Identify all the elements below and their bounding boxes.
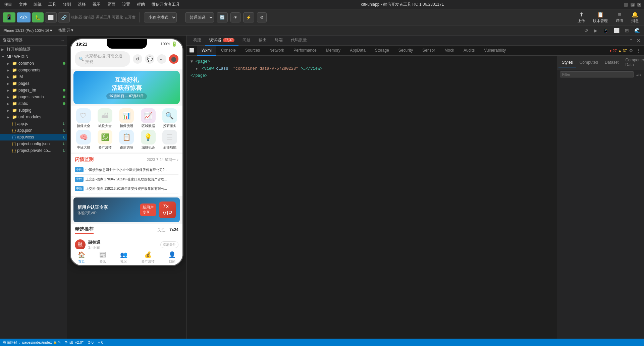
devtools-tab-terminal[interactable]: 终端: [271, 36, 287, 46]
icon-item-9[interactable]: ☰ 全部功能: [160, 130, 180, 150]
styles-tab-computed[interactable]: Computed: [576, 58, 601, 67]
path-value[interactable]: pages/index/index: [22, 340, 52, 344]
menu-select[interactable]: 选择: [76, 1, 87, 8]
bottom-tab-community[interactable]: 👥 社区: [120, 251, 127, 264]
icon-item-7[interactable]: 📋 路演调研: [116, 130, 137, 150]
path-edit-icon[interactable]: ✎: [58, 341, 61, 344]
featured-tab-7x24[interactable]: 7x24: [169, 227, 178, 233]
menu-edit[interactable]: 编辑: [32, 1, 43, 8]
devtools-tab-build[interactable]: 构建: [189, 36, 205, 46]
menu-help[interactable]: 帮助: [136, 1, 146, 8]
inspector-tab-mock[interactable]: Mock: [440, 46, 459, 56]
inspector-tab-appdata[interactable]: AppData: [345, 46, 370, 56]
minimize-button[interactable]: —: [624, 3, 628, 7]
settings-device-button[interactable]: 🌊: [633, 27, 641, 34]
visualize-icon-btn[interactable]: ⬜: [45, 12, 57, 22]
menu-project[interactable]: 项目: [3, 1, 13, 8]
file-project-config[interactable]: ▶ { } project.config.json U: [0, 140, 67, 147]
msg-action[interactable]: 🔔 消息: [629, 11, 641, 24]
hotspot-btn[interactable]: 热重 开▼: [58, 28, 74, 33]
inspector-tab-performance[interactable]: Performance: [289, 46, 321, 56]
folder-im[interactable]: ▶ 📁 IM: [0, 73, 67, 80]
icon-item-0[interactable]: 🛡 担保大全: [73, 108, 94, 128]
open-editors-section[interactable]: ▶ 打开的编辑器: [0, 46, 67, 53]
icon-item-5[interactable]: 🧠 中证大脑: [73, 130, 94, 150]
rotate-button[interactable]: ↺: [583, 27, 590, 34]
phone-record-icon[interactable]: ⬤: [169, 54, 178, 64]
folder-common[interactable]: ▶ 📁 common: [0, 60, 67, 67]
devtools-tab-issues[interactable]: 问题: [238, 36, 255, 46]
inspector-tab-network[interactable]: Network: [265, 46, 289, 56]
inspector-tab-select[interactable]: ⬜: [186, 46, 197, 56]
featured-tab-guanzhu[interactable]: 关注: [157, 227, 165, 233]
preview-mode-button[interactable]: 👁: [230, 12, 240, 22]
phone-button[interactable]: 📱: [601, 27, 610, 34]
menu-settings[interactable]: 设置: [121, 1, 131, 8]
bottom-tab-assets[interactable]: 💰 资产流转: [141, 251, 155, 264]
menu-wechat-devtools[interactable]: 微信开发者工具: [150, 1, 181, 8]
file-project-private[interactable]: ▶ { } project.private.co... U: [0, 147, 67, 154]
version-action[interactable]: 📋 版本管理: [590, 11, 610, 24]
phone-more-icon[interactable]: ···: [157, 54, 166, 64]
styles-filter-input[interactable]: [560, 71, 634, 77]
upload-action[interactable]: ⬆ 上传: [575, 11, 588, 24]
vip-banner[interactable]: 新用户认证专享 体验7天VIP 新用户专享 7xVIP ✕: [73, 197, 180, 222]
phone-refresh-icon[interactable]: ↺: [133, 54, 142, 64]
inspector-more-button[interactable]: ⋮: [635, 47, 641, 54]
news-item-1[interactable]: 中性 上交所-债券 270047:2023年张家口众联国投资产管理...: [75, 175, 178, 184]
bottom-tab-news[interactable]: 📰 资讯: [99, 251, 106, 264]
device-select[interactable]: iPhone 12/13 (Pro) 100% 16▼: [3, 28, 53, 33]
icon-item-2[interactable]: 📊 担保债通: [116, 108, 137, 128]
folder-static[interactable]: ▶ 📁 static: [0, 100, 67, 107]
cloud-icon-btn[interactable]: 🔗: [58, 12, 70, 22]
devtools-tab-codequality[interactable]: 代码质量: [287, 36, 311, 46]
icon-item-6[interactable]: 💹 资产流转: [95, 130, 115, 150]
maximize-button[interactable]: □: [631, 3, 635, 7]
inspector-tab-sensor[interactable]: Sensor: [418, 46, 440, 56]
folder-pages[interactable]: ▶ 📁 pages: [0, 80, 67, 87]
styles-tab-component-data[interactable]: Component Data: [622, 56, 644, 70]
sidebar-more-button[interactable]: ···: [61, 38, 64, 43]
menu-view[interactable]: 视图: [91, 1, 102, 8]
icon-item-8[interactable]: 💡 城投机会: [138, 130, 158, 150]
inspector-tab-sources[interactable]: Sources: [240, 46, 265, 56]
phone-banner[interactable]: 互送好礼 活跃有惊喜 ·07月01日 — 07月31日·: [73, 71, 180, 104]
tablet-button[interactable]: ⬜: [612, 27, 621, 34]
devtools-close-button[interactable]: ✕: [636, 37, 641, 44]
folder-pages-im[interactable]: ▶ 📁 pages_Im: [0, 87, 67, 94]
icon-item-3[interactable]: 📈 区域数据: [138, 108, 158, 128]
dom-line-view[interactable]: ▶ <view class= "container data-v-5728022…: [189, 65, 554, 72]
refresh-button[interactable]: 🔄: [217, 12, 228, 22]
phone-content[interactable]: 🔍 大家都在搜·河南交通投资 ↺ 💬 ··· ⬤ 互送好礼 活跃有惊喜 ·07月…: [71, 49, 182, 266]
inspector-tab-memory[interactable]: Memory: [321, 46, 345, 56]
menu-file[interactable]: 文件: [17, 1, 28, 8]
qr-button[interactable]: ⊞: [624, 27, 630, 34]
detail-action[interactable]: ≡ 详情: [613, 11, 626, 24]
dom-line-page-close[interactable]: </page>: [189, 72, 554, 79]
styles-tab-dataset[interactable]: Dataset: [601, 58, 622, 67]
inspector-tab-storage[interactable]: Storage: [370, 46, 394, 56]
inspector-tab-security[interactable]: Security: [394, 46, 418, 56]
folder-pages-search[interactable]: ▶ 📁 pages_search: [0, 94, 67, 100]
inspector-tab-vulnerability[interactable]: Vulnerability: [479, 46, 511, 56]
news-item-0[interactable]: 中性 中国债券信息网中合中小企业融资担保股份有限公司2...: [75, 165, 178, 175]
menu-tool[interactable]: 工具: [47, 1, 58, 8]
mode-select[interactable]: 小程序模式: [144, 12, 177, 22]
inspector-tab-audits[interactable]: Audits: [459, 46, 479, 56]
settings-button[interactable]: ⚙: [257, 12, 267, 22]
play-button[interactable]: ▶: [592, 27, 599, 34]
bottom-tab-home[interactable]: 🏠 首页: [78, 251, 85, 264]
hot-reload-button[interactable]: ⚡: [243, 12, 254, 22]
folder-components[interactable]: ▶ 📁 components: [0, 67, 67, 73]
news-item-2[interactable]: 中性 上交所-债券 139216:2016年建安投资控股集团有限公...: [75, 184, 178, 193]
devtools-expand-button[interactable]: ⌃: [629, 37, 634, 44]
dom-line-page-open[interactable]: ▼ <page>: [189, 58, 554, 65]
inspector-settings-button[interactable]: ⚙: [628, 47, 634, 54]
icon-item-1[interactable]: 🏙 城投大全: [95, 108, 115, 128]
menu-goto[interactable]: 转到: [62, 1, 72, 8]
devtools-tab-debugger[interactable]: 调试器 27,37: [205, 36, 238, 46]
icon-item-4[interactable]: 🔍 投研服务: [160, 108, 180, 128]
debugger-icon-btn[interactable]: 🐛: [32, 12, 44, 22]
unfollow-button[interactable]: 取消关注: [160, 241, 178, 248]
phone-search-bar[interactable]: 🔍 大家都在搜·河南交通投资: [75, 51, 130, 67]
